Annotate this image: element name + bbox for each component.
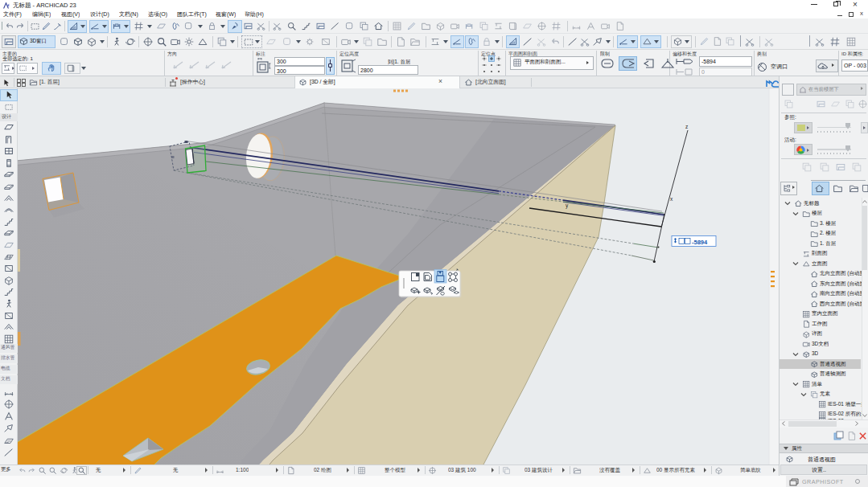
svg-text:-5894: -5894 [692,239,708,246]
svg-text:z: z [685,124,688,129]
